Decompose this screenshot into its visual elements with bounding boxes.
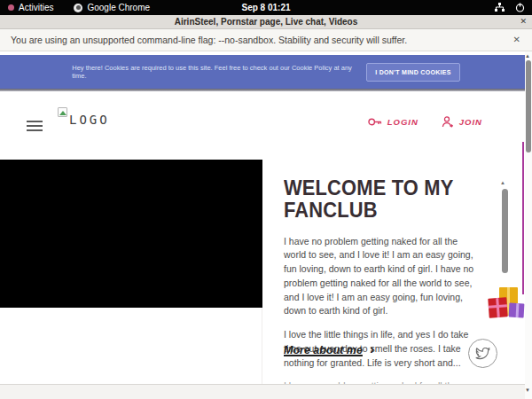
clock[interactable]: Sep 8 01:21 xyxy=(0,3,532,12)
logo-alt-text: LOGO xyxy=(69,113,110,127)
join-button[interactable]: JOIN xyxy=(442,116,482,128)
cookie-message: Hey there! Cookies are required to use t… xyxy=(72,64,356,80)
panel-scrollbar-thumb[interactable] xyxy=(502,189,508,273)
login-button[interactable]: LOGIN xyxy=(368,117,419,127)
twitter-bird-icon xyxy=(475,348,490,360)
window-close-icon[interactable]: ✕ xyxy=(520,17,527,26)
page-scroll-up-icon[interactable]: ▲ xyxy=(525,53,530,59)
cookie-accept-button[interactable]: I DON'T MIND COOKIES xyxy=(366,63,459,82)
add-user-icon xyxy=(442,116,454,128)
broken-image-icon xyxy=(58,107,67,117)
cookie-banner: Hey there! Cookies are required to use t… xyxy=(0,55,532,89)
page-scroll-down-icon[interactable]: ▼ xyxy=(525,387,530,393)
bio-paragraph-1: I have no problem getting naked for all … xyxy=(284,235,482,319)
panel-scroll-up-icon[interactable]: ▲ xyxy=(500,180,505,185)
more-about-me-label: More about me xyxy=(284,344,363,356)
bottom-strip xyxy=(0,384,532,399)
hamburger-menu-icon[interactable] xyxy=(27,121,43,134)
join-label: JOIN xyxy=(459,117,482,127)
welcome-panel: WELCOME TO MY FANCLUB I have no problem … xyxy=(284,177,482,395)
video-player[interactable] xyxy=(0,160,262,308)
welcome-heading: WELCOME TO MY FANCLUB xyxy=(284,177,473,223)
chrome-infobar: You are using an unsupported command-lin… xyxy=(0,29,532,51)
twitter-button[interactable] xyxy=(468,339,497,368)
window-titlebar[interactable]: AirinSteel, Pornstar page, Live chat, Vi… xyxy=(0,15,532,29)
screen: Activities Google Chrome Sep 8 01:21 xyxy=(0,0,532,399)
gift-box-purple-icon[interactable] xyxy=(509,303,525,318)
gift-ribbon-line xyxy=(522,142,524,294)
desktop-top-bar: Activities Google Chrome Sep 8 01:21 xyxy=(0,0,532,15)
infobar-message: You are using an unsupported command-lin… xyxy=(11,35,407,45)
power-icon[interactable] xyxy=(515,3,525,12)
infobar-close-icon[interactable]: ✕ xyxy=(513,35,520,44)
site-logo[interactable]: LOGO xyxy=(58,107,110,127)
gift-box-red-icon[interactable] xyxy=(488,297,507,317)
chevron-right-icon: › xyxy=(370,342,374,356)
site-header: LOGO LOGIN xyxy=(0,91,525,160)
more-about-me-link[interactable]: More about me › xyxy=(284,344,374,356)
login-label: LOGIN xyxy=(387,117,419,127)
key-icon xyxy=(368,117,382,127)
network-icon[interactable] xyxy=(495,3,505,12)
page-scrollbar-thumb[interactable] xyxy=(526,60,531,153)
window-title: AirinSteel, Pornstar page, Live chat, Vi… xyxy=(175,17,358,27)
column-divider xyxy=(262,308,262,384)
